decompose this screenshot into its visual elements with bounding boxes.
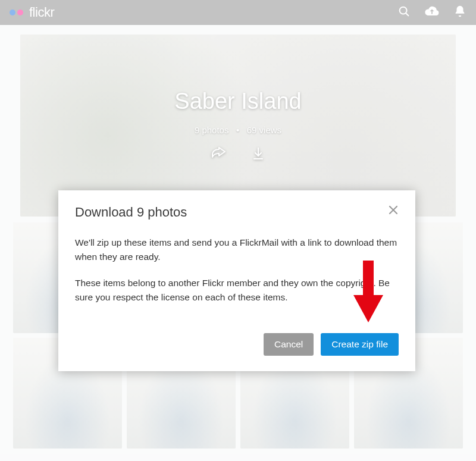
brand-name: flickr bbox=[29, 5, 54, 20]
upload-cloud-icon[interactable] bbox=[424, 5, 440, 20]
album-photo-count: 9 photos bbox=[195, 125, 229, 135]
search-icon[interactable] bbox=[397, 5, 411, 20]
brand-logo-dots bbox=[10, 10, 23, 15]
hero-actions bbox=[174, 147, 301, 162]
top-nav: flickr bbox=[0, 0, 476, 25]
download-icon[interactable] bbox=[252, 147, 265, 162]
download-modal: Download 9 photos We'll zip up these ite… bbox=[58, 190, 415, 371]
modal-text-1: We'll zip up these items and send you a … bbox=[75, 236, 399, 264]
cancel-button[interactable]: Cancel bbox=[264, 333, 314, 356]
create-zip-button[interactable]: Create zip file bbox=[321, 333, 399, 356]
modal-body: We'll zip up these items and send you a … bbox=[75, 236, 399, 305]
svg-line-1 bbox=[406, 13, 408, 15]
brand[interactable]: flickr bbox=[10, 5, 54, 20]
album-meta: 9 photos • 69 views bbox=[174, 125, 301, 135]
album-hero: Saber Island 9 photos • 69 views bbox=[20, 35, 456, 217]
modal-title: Download 9 photos bbox=[75, 205, 187, 220]
meta-bullet: • bbox=[236, 125, 239, 135]
album-view-count: 69 views bbox=[247, 125, 281, 135]
notifications-bell-icon[interactable] bbox=[453, 5, 466, 20]
close-icon[interactable] bbox=[388, 205, 399, 218]
album-title: Saber Island bbox=[174, 89, 301, 114]
share-icon[interactable] bbox=[211, 147, 227, 162]
modal-footer: Cancel Create zip file bbox=[75, 333, 399, 356]
logo-dot-pink bbox=[17, 10, 23, 15]
nav-actions bbox=[397, 5, 466, 20]
logo-dot-blue bbox=[10, 10, 15, 15]
modal-text-2: These items belong to another Flickr mem… bbox=[75, 276, 399, 305]
